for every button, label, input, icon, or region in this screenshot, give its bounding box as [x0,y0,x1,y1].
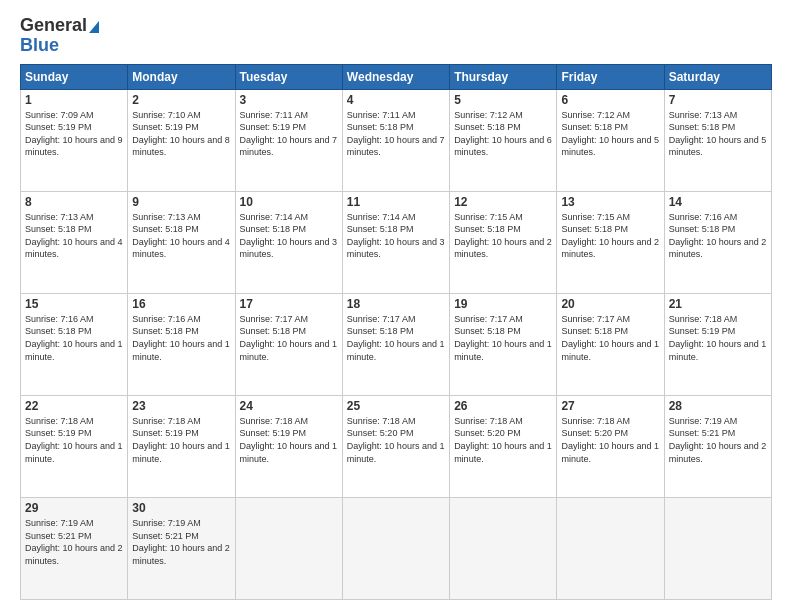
weekday-header-tuesday: Tuesday [235,64,342,89]
day-number: 21 [669,297,767,311]
day-number: 14 [669,195,767,209]
week-row-5: 29 Sunrise: 7:19 AMSunset: 5:21 PMDaylig… [21,497,772,599]
day-cell: 21 Sunrise: 7:18 AMSunset: 5:19 PMDaylig… [664,293,771,395]
day-number: 25 [347,399,445,413]
day-number: 12 [454,195,552,209]
day-cell: 17 Sunrise: 7:17 AMSunset: 5:18 PMDaylig… [235,293,342,395]
day-info: Sunrise: 7:17 AMSunset: 5:18 PMDaylight:… [454,314,552,362]
weekday-header-monday: Monday [128,64,235,89]
day-info: Sunrise: 7:10 AMSunset: 5:19 PMDaylight:… [132,110,230,158]
day-number: 17 [240,297,338,311]
day-cell [450,497,557,599]
day-info: Sunrise: 7:13 AMSunset: 5:18 PMDaylight:… [132,212,230,260]
day-number: 24 [240,399,338,413]
day-info: Sunrise: 7:18 AMSunset: 5:20 PMDaylight:… [561,416,659,464]
day-cell: 9 Sunrise: 7:13 AMSunset: 5:18 PMDayligh… [128,191,235,293]
day-number: 26 [454,399,552,413]
day-number: 2 [132,93,230,107]
weekday-header-row: SundayMondayTuesdayWednesdayThursdayFrid… [21,64,772,89]
day-info: Sunrise: 7:09 AMSunset: 5:19 PMDaylight:… [25,110,123,158]
day-number: 10 [240,195,338,209]
day-cell: 11 Sunrise: 7:14 AMSunset: 5:18 PMDaylig… [342,191,449,293]
day-info: Sunrise: 7:15 AMSunset: 5:18 PMDaylight:… [561,212,659,260]
day-number: 28 [669,399,767,413]
week-row-1: 1 Sunrise: 7:09 AMSunset: 5:19 PMDayligh… [21,89,772,191]
day-number: 27 [561,399,659,413]
day-info: Sunrise: 7:18 AMSunset: 5:19 PMDaylight:… [132,416,230,464]
day-info: Sunrise: 7:15 AMSunset: 5:18 PMDaylight:… [454,212,552,260]
day-cell: 5 Sunrise: 7:12 AMSunset: 5:18 PMDayligh… [450,89,557,191]
week-row-4: 22 Sunrise: 7:18 AMSunset: 5:19 PMDaylig… [21,395,772,497]
week-row-3: 15 Sunrise: 7:16 AMSunset: 5:18 PMDaylig… [21,293,772,395]
day-cell [235,497,342,599]
day-number: 15 [25,297,123,311]
day-cell [557,497,664,599]
calendar-table: SundayMondayTuesdayWednesdayThursdayFrid… [20,64,772,600]
day-info: Sunrise: 7:14 AMSunset: 5:18 PMDaylight:… [347,212,445,260]
day-cell: 28 Sunrise: 7:19 AMSunset: 5:21 PMDaylig… [664,395,771,497]
logo-blue: Blue [20,36,99,56]
day-info: Sunrise: 7:17 AMSunset: 5:18 PMDaylight:… [347,314,445,362]
day-info: Sunrise: 7:16 AMSunset: 5:18 PMDaylight:… [25,314,123,362]
day-info: Sunrise: 7:12 AMSunset: 5:18 PMDaylight:… [561,110,659,158]
day-cell: 8 Sunrise: 7:13 AMSunset: 5:18 PMDayligh… [21,191,128,293]
day-info: Sunrise: 7:11 AMSunset: 5:19 PMDaylight:… [240,110,338,158]
day-info: Sunrise: 7:16 AMSunset: 5:18 PMDaylight:… [669,212,767,260]
day-number: 18 [347,297,445,311]
day-info: Sunrise: 7:14 AMSunset: 5:18 PMDaylight:… [240,212,338,260]
day-cell: 13 Sunrise: 7:15 AMSunset: 5:18 PMDaylig… [557,191,664,293]
day-info: Sunrise: 7:13 AMSunset: 5:18 PMDaylight:… [669,110,767,158]
day-number: 30 [132,501,230,515]
day-number: 13 [561,195,659,209]
day-number: 23 [132,399,230,413]
day-cell: 19 Sunrise: 7:17 AMSunset: 5:18 PMDaylig… [450,293,557,395]
day-cell: 10 Sunrise: 7:14 AMSunset: 5:18 PMDaylig… [235,191,342,293]
day-info: Sunrise: 7:16 AMSunset: 5:18 PMDaylight:… [132,314,230,362]
day-cell: 30 Sunrise: 7:19 AMSunset: 5:21 PMDaylig… [128,497,235,599]
day-cell: 26 Sunrise: 7:18 AMSunset: 5:20 PMDaylig… [450,395,557,497]
day-number: 16 [132,297,230,311]
day-cell: 4 Sunrise: 7:11 AMSunset: 5:18 PMDayligh… [342,89,449,191]
day-number: 1 [25,93,123,107]
day-info: Sunrise: 7:17 AMSunset: 5:18 PMDaylight:… [561,314,659,362]
day-cell [342,497,449,599]
day-number: 6 [561,93,659,107]
day-number: 19 [454,297,552,311]
day-info: Sunrise: 7:19 AMSunset: 5:21 PMDaylight:… [132,518,230,566]
day-info: Sunrise: 7:11 AMSunset: 5:18 PMDaylight:… [347,110,445,158]
day-cell: 6 Sunrise: 7:12 AMSunset: 5:18 PMDayligh… [557,89,664,191]
day-info: Sunrise: 7:18 AMSunset: 5:19 PMDaylight:… [240,416,338,464]
day-number: 20 [561,297,659,311]
day-cell: 7 Sunrise: 7:13 AMSunset: 5:18 PMDayligh… [664,89,771,191]
day-info: Sunrise: 7:19 AMSunset: 5:21 PMDaylight:… [669,416,767,464]
logo: General Blue [20,16,99,56]
day-cell: 25 Sunrise: 7:18 AMSunset: 5:20 PMDaylig… [342,395,449,497]
day-cell: 23 Sunrise: 7:18 AMSunset: 5:19 PMDaylig… [128,395,235,497]
day-number: 5 [454,93,552,107]
weekday-header-thursday: Thursday [450,64,557,89]
day-number: 11 [347,195,445,209]
day-cell: 27 Sunrise: 7:18 AMSunset: 5:20 PMDaylig… [557,395,664,497]
day-cell: 16 Sunrise: 7:16 AMSunset: 5:18 PMDaylig… [128,293,235,395]
day-info: Sunrise: 7:18 AMSunset: 5:20 PMDaylight:… [347,416,445,464]
day-cell: 2 Sunrise: 7:10 AMSunset: 5:19 PMDayligh… [128,89,235,191]
day-cell: 3 Sunrise: 7:11 AMSunset: 5:19 PMDayligh… [235,89,342,191]
day-number: 9 [132,195,230,209]
day-cell: 14 Sunrise: 7:16 AMSunset: 5:18 PMDaylig… [664,191,771,293]
header: General Blue [20,16,772,56]
day-cell: 29 Sunrise: 7:19 AMSunset: 5:21 PMDaylig… [21,497,128,599]
day-number: 4 [347,93,445,107]
weekday-header-wednesday: Wednesday [342,64,449,89]
day-cell: 24 Sunrise: 7:18 AMSunset: 5:19 PMDaylig… [235,395,342,497]
day-cell: 1 Sunrise: 7:09 AMSunset: 5:19 PMDayligh… [21,89,128,191]
day-cell: 12 Sunrise: 7:15 AMSunset: 5:18 PMDaylig… [450,191,557,293]
logo-general: General [20,16,99,36]
day-number: 7 [669,93,767,107]
day-cell [664,497,771,599]
day-cell: 18 Sunrise: 7:17 AMSunset: 5:18 PMDaylig… [342,293,449,395]
day-info: Sunrise: 7:13 AMSunset: 5:18 PMDaylight:… [25,212,123,260]
day-number: 22 [25,399,123,413]
day-number: 29 [25,501,123,515]
day-number: 8 [25,195,123,209]
day-info: Sunrise: 7:18 AMSunset: 5:19 PMDaylight:… [669,314,767,362]
